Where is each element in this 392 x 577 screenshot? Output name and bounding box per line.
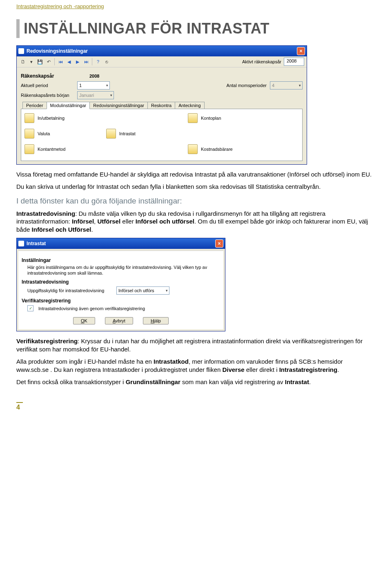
tab-modulinstallningar[interactable]: Modulinställningar	[47, 102, 90, 109]
cost-icon	[188, 144, 198, 154]
item-valuta[interactable]: Valuta	[24, 129, 106, 139]
paragraph-1: Vissa företag med omfattande EU-handel ä…	[16, 170, 376, 179]
item-inutbetalning[interactable]: In/utbetalning	[24, 113, 106, 123]
item-kostnadsbarare[interactable]: Kostnadsbärare	[188, 144, 270, 154]
item-kontantmetod[interactable]: Kontantmetod	[24, 144, 106, 154]
bold-text: Verifikatsregistrering	[16, 338, 78, 344]
avbryt-button[interactable]: Avbryt	[105, 317, 133, 324]
uppgift-value: Införsel och utförs	[118, 288, 154, 293]
titlebar: Redovisningsinställningar ×	[17, 46, 307, 56]
aktuell-value: 1	[79, 83, 82, 88]
first-icon[interactable]: ⏮	[57, 58, 64, 65]
new-icon[interactable]: 🗋	[19, 58, 27, 65]
currency-icon	[24, 129, 34, 139]
breadcrumb-link[interactable]: Intrastatregistrering och -rapportering	[16, 3, 376, 9]
section-verifikatsregistrering: Verifikatsregistrering	[22, 298, 220, 304]
aktivt-label: Aktivt räkenskapsår	[242, 59, 281, 64]
text: som man kan välja vid registrering av	[180, 378, 285, 385]
dialog-body: Inställningar Här görs inställningarna o…	[18, 250, 223, 330]
paragraph-6: Det finns också olika transaktionstyper …	[16, 378, 376, 386]
bold-text: Utförsel	[97, 218, 120, 225]
titlebar: Intrastat ×	[17, 238, 225, 249]
app-icon	[18, 241, 24, 246]
section-installningar: Inställningar	[22, 257, 220, 263]
plan-icon	[188, 113, 198, 123]
bold-text: Intrastat	[285, 378, 309, 385]
moms-label: Antal momsperioder	[227, 83, 267, 88]
year-value: 2008	[89, 74, 99, 78]
tab-redovisningsinstallningar[interactable]: Redovisningsinställningar	[89, 102, 148, 109]
text: .	[309, 378, 311, 385]
borjan-value: Januari	[79, 93, 94, 98]
last-icon[interactable]: ⏭	[82, 58, 90, 65]
paragraph-4: Verifikatsregistrering: Kryssar du i rut…	[16, 337, 376, 353]
bold-text: Intrastatkod	[154, 358, 189, 365]
uppgift-combo[interactable]: Införsel och utförs	[116, 286, 169, 295]
bold-text: Intrastatredovisning	[16, 210, 75, 217]
text: .	[91, 226, 93, 233]
prev-icon[interactable]: ◀	[65, 58, 73, 65]
button-row: OK Avbryt Hjälp	[22, 313, 220, 326]
toolbar: 🗋 ▾ 💾 ↶ ⏮ ◀ ▶ ⏭ ? ⎋ Aktivt räkenskapsår …	[17, 56, 307, 67]
paragraph-5: Alla produkter som ingår i EU-handel mås…	[16, 358, 376, 374]
borjan-combo: Januari	[77, 91, 114, 99]
undo-icon[interactable]: ↶	[45, 58, 52, 65]
aktuell-combo[interactable]: 1	[77, 81, 110, 89]
btn-text: K	[85, 318, 87, 323]
page-title: INSTÄLLNINGAR FÖR INTRASTAT	[16, 19, 376, 38]
btn-text: jälp	[154, 318, 161, 323]
paragraph-3: Intrastatredovisning: Du måste välja vil…	[16, 210, 376, 234]
bold-text: Grundinställningar	[126, 378, 180, 385]
section-rakenskapsar: Räkenskapsår	[21, 72, 86, 80]
text: .	[337, 366, 339, 373]
item-label: Kontoplan	[201, 116, 221, 121]
item-label: Intrastat	[119, 131, 136, 136]
aktivt-value: 2008	[284, 58, 304, 66]
hjalp-button[interactable]: Hjälp	[143, 317, 169, 324]
item-intrastat[interactable]: Intrastat	[106, 129, 188, 139]
text: eller direkt i	[245, 366, 279, 373]
borjan-label: Räkenskapsårets början	[21, 93, 74, 98]
tab-perioder[interactable]: Perioder	[22, 102, 47, 109]
exit-icon[interactable]: ⎋	[103, 58, 110, 65]
save-icon[interactable]: 💾	[36, 58, 44, 65]
item-label: Kontantmetod	[38, 147, 66, 152]
item-label: Valuta	[38, 131, 50, 136]
tabs: Perioder Modulinställningar Redovisnings…	[21, 102, 303, 109]
money-icon	[24, 113, 34, 123]
form-area: Räkenskapsår 2008 Aktuell period 1 Antal…	[17, 67, 307, 164]
tab-reskontra[interactable]: Reskontra	[147, 102, 175, 109]
tab-anteckning[interactable]: Anteckning	[175, 102, 204, 109]
window-intrastat: Intrastat × Inställningar Här görs instä…	[16, 238, 225, 332]
verif-checkbox[interactable]: ✓	[27, 305, 33, 311]
verif-label: Intrastatredovisning även genom verifika…	[38, 306, 145, 311]
moms-value: 4	[272, 83, 274, 88]
bold-text: Intrastatregistrering	[279, 366, 338, 373]
moms-combo: 4	[270, 81, 303, 89]
item-kontoplan[interactable]: Kontoplan	[188, 113, 270, 123]
separator	[92, 58, 92, 65]
text: Det finns också olika transaktionstyper …	[16, 378, 126, 385]
dropdown-new-icon[interactable]: ▾	[28, 58, 35, 65]
item-label: In/utbetalning	[38, 116, 65, 121]
ok-button[interactable]: OK	[73, 317, 95, 324]
paragraph-2: Du kan skriva ut underlag för Intrastat …	[16, 183, 376, 191]
window-title: Redovisningsinställningar	[27, 48, 88, 54]
bold-text: Införsel och Utförsel	[32, 226, 91, 233]
cash-icon	[24, 144, 34, 154]
help-icon[interactable]: ?	[94, 58, 102, 65]
tab-body: In/utbetalning Kontoplan Valuta Intrasta…	[21, 109, 303, 161]
window-title: Intrastat	[27, 241, 46, 246]
bold-text: Införsel	[72, 218, 94, 225]
sub-heading: I detta fönster kan du göra följande ins…	[16, 197, 376, 206]
intro-text: Här görs inställningarna om du är uppgif…	[22, 265, 220, 276]
page-number: 4	[16, 402, 23, 411]
btn-text: vbryt	[116, 318, 125, 323]
app-icon	[18, 48, 24, 54]
aktuell-label: Aktuell period	[21, 83, 74, 88]
window-redovisning: Redovisningsinställningar × 🗋 ▾ 💾 ↶ ⏮ ◀ …	[16, 45, 307, 165]
section-intrastatredovisning: Intrastatredovisning	[22, 279, 220, 285]
next-icon[interactable]: ▶	[74, 58, 81, 65]
close-icon[interactable]: ×	[297, 47, 305, 55]
close-icon[interactable]: ×	[215, 239, 223, 248]
